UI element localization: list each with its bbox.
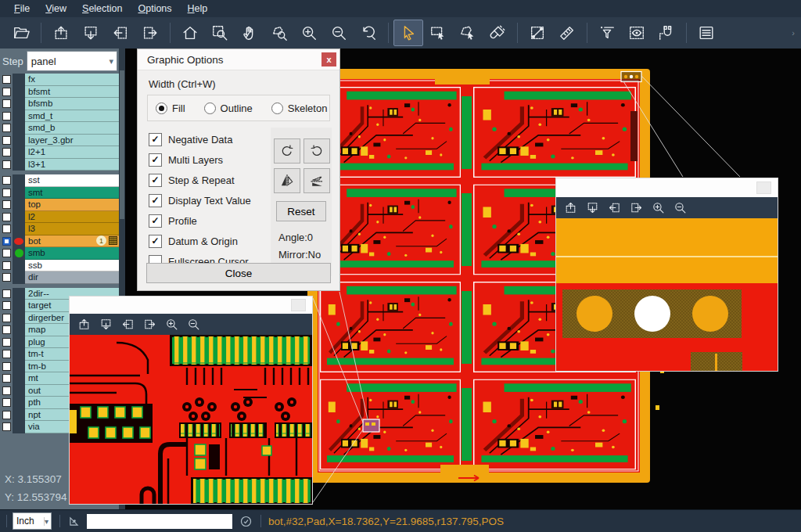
layer-name[interactable]: smd_t [25,110,119,123]
layer-name[interactable]: layer_3.gbr [25,135,119,147]
layer-name[interactable]: l3+1 [25,159,119,171]
layer-visibility-checkbox[interactable] [0,421,13,433]
filter-icon[interactable] [592,20,622,46]
close-button[interactable]: Close [146,263,331,283]
layer-row-smt[interactable]: smt [0,187,119,200]
layer-visibility-checkbox[interactable] [0,397,13,409]
select-rect-icon[interactable] [423,20,453,46]
layer-name[interactable]: top [25,199,119,211]
rotate-ccw-button[interactable] [304,138,330,164]
layer-visibility-checkbox[interactable] [0,86,13,99]
layer-visibility-checkbox[interactable] [0,98,13,110]
layer-name[interactable]: bfsmb [25,98,119,110]
layer-active-indicator[interactable] [13,135,25,147]
select-arrow-icon[interactable] [393,20,423,46]
layer-row-bfsmb[interactable]: bfsmb [0,98,119,110]
checkbox-profile[interactable]: ✓Profile [149,210,251,231]
layer-active-indicator[interactable] [13,199,25,211]
zoom-out-icon[interactable] [673,201,687,214]
radio-fill[interactable]: Fill [156,102,185,114]
zoom-out-icon[interactable] [187,318,200,331]
layer-visibility-checkbox[interactable] [0,336,13,349]
dialog-titlebar[interactable]: Graphic Options x [138,49,339,70]
layer-name[interactable]: l2+1 [25,146,119,159]
layer-visibility-checkbox[interactable] [0,199,13,211]
reset-button[interactable]: Reset [276,201,326,221]
checkbox-multi-layers[interactable]: ✓Multi Layers [149,149,251,170]
layer-active-indicator[interactable] [13,300,25,312]
window-button[interactable] [291,299,306,311]
corner-pick-icon[interactable] [67,515,81,528]
layer-name[interactable]: bot1 [25,235,119,248]
pan-down-icon[interactable] [99,318,113,331]
window-titlebar[interactable] [556,178,778,197]
layer-visibility-checkbox[interactable] [0,288,13,300]
layer-active-indicator[interactable] [13,271,25,284]
layer-active-indicator[interactable] [13,223,25,235]
menu-file[interactable]: File [6,3,38,14]
layer-visibility-checkbox[interactable] [0,409,13,422]
layer-active-indicator[interactable] [13,348,25,361]
layer-visibility-checkbox[interactable] [0,372,13,385]
layer-visibility-checkbox[interactable] [0,174,13,187]
step-select[interactable]: panel ▾ [27,51,117,71]
checkbox-datum-origin[interactable]: ✓Datum & Origin [149,231,251,251]
home-view-icon[interactable] [175,20,205,46]
layer-visibility-checkbox[interactable] [0,348,13,361]
layer-visibility-checkbox[interactable] [0,300,13,312]
layer-name[interactable]: dir [25,271,119,284]
layer-active-indicator[interactable] [13,421,25,433]
window-titlebar[interactable] [70,297,312,314]
window-button[interactable] [756,182,771,194]
layer-row-bfsmt[interactable]: bfsmt [0,86,119,99]
clean-brush-icon[interactable] [483,20,512,46]
view-options-icon[interactable] [622,20,652,46]
layer-visibility-checkbox[interactable] [0,159,13,171]
layer-name[interactable]: sst [25,174,119,187]
layer-active-indicator[interactable] [13,247,25,260]
zoom-polygon-icon[interactable] [264,20,294,46]
layer-active-indicator[interactable] [13,397,25,409]
layer-visibility-checkbox[interactable] [0,361,13,373]
close-icon[interactable]: x [321,52,336,66]
panel-move-down-icon[interactable] [76,20,106,46]
measure-ruler-icon[interactable] [552,20,582,46]
panel-move-right-icon[interactable] [135,20,165,46]
layer-visibility-checkbox[interactable] [0,271,13,284]
layer-name[interactable]: fx [25,74,119,86]
layer-visibility-checkbox[interactable] [0,223,13,235]
zoom-window-icon[interactable] [205,20,235,46]
layer-row-smd_t[interactable]: smd_t [0,110,119,123]
layer-visibility-checkbox[interactable] [0,260,13,272]
unit-select[interactable]: Inch ▾ [13,512,52,530]
magnified-pad-view[interactable] [556,218,778,371]
layer-active-indicator[interactable] [13,110,25,123]
menu-options[interactable]: Options [130,3,179,14]
layer-visibility-checkbox[interactable] [0,211,13,224]
flip-horizontal-button[interactable] [274,168,300,193]
layer-active-indicator[interactable] [13,211,25,224]
apply-command-icon[interactable] [239,515,253,528]
zoom-in-icon[interactable] [652,201,665,214]
layer-visibility-checkbox[interactable] [0,324,13,336]
selection-highlight[interactable] [363,419,379,432]
pan-up-icon[interactable] [564,201,577,214]
pan-up-icon[interactable] [77,318,91,331]
layer-row-dir[interactable]: dir [0,271,119,284]
layer-name[interactable]: bfsmt [25,86,119,99]
layer-visibility-checkbox[interactable] [0,187,13,200]
layer-active-indicator[interactable] [13,74,25,86]
layer-row-l3[interactable]: l3 [0,223,119,235]
layer-active-indicator[interactable] [13,174,25,187]
checkbox-negative-data[interactable]: ✓Negative Data [149,129,251,149]
layer-row-ssb[interactable]: ssb [0,260,119,272]
layer-name[interactable]: ssb [25,260,119,272]
layer-name[interactable]: l2 [25,211,119,224]
layer-active-indicator[interactable] [13,324,25,336]
layer-active-indicator[interactable] [13,235,25,248]
panel-move-up-icon[interactable] [46,20,76,46]
magnified-pcb-view[interactable] [70,335,312,504]
layer-visibility-checkbox[interactable] [0,312,13,325]
layer-row-smd_b[interactable]: smd_b [0,122,119,135]
layer-row-sst[interactable]: sst [0,174,119,187]
